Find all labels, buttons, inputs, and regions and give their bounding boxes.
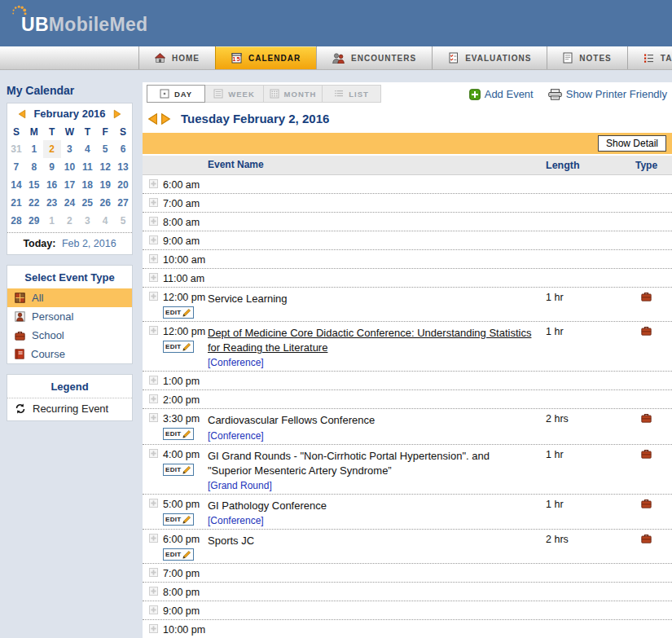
sidebar-title: My Calendar — [7, 84, 143, 97]
edit-event-button[interactable]: EDIT — [163, 464, 194, 476]
event-title[interactable]: GI Grand Rounds - "Non-Cirrhotic Portal … — [208, 448, 536, 478]
calendar-day[interactable]: 16 — [43, 176, 61, 194]
prev-day-arrow-icon[interactable] — [147, 112, 158, 125]
event-title[interactable]: Sports JC — [208, 533, 536, 548]
calendar-day[interactable]: 21 — [7, 194, 25, 212]
add-event-slot-icon[interactable] — [149, 394, 158, 403]
calendar-day[interactable]: 18 — [78, 176, 96, 194]
calendar-day[interactable]: 4 — [78, 140, 96, 158]
calendar-day[interactable]: 10 — [61, 158, 79, 176]
add-event-slot-icon[interactable] — [149, 624, 158, 633]
calendar-day[interactable]: 4 — [96, 212, 114, 230]
add-event-slot-icon[interactable] — [149, 534, 158, 543]
nav-tab-encounters[interactable]: Encounters — [316, 46, 432, 69]
nav-tab-evaluations[interactable]: Evaluations — [432, 46, 547, 69]
detail-bar: Show Detail — [143, 133, 672, 154]
event-title[interactable]: Dept of Medicine Core Didactic Conferenc… — [208, 325, 536, 355]
add-event-slot-icon[interactable] — [149, 326, 158, 335]
calendar-day[interactable]: 12 — [96, 158, 114, 176]
add-event-slot-icon[interactable] — [149, 413, 158, 422]
nav-tab-calendar[interactable]: 15Calendar — [215, 46, 316, 69]
event-type-all[interactable]: All — [7, 288, 132, 307]
calendar-day[interactable]: 3 — [61, 140, 79, 158]
slot-add-cell — [143, 605, 163, 617]
add-event-slot-icon[interactable] — [149, 198, 158, 207]
edit-event-button[interactable]: EDIT — [163, 306, 194, 319]
calendar-day[interactable]: 22 — [25, 194, 43, 212]
show-detail-button[interactable]: Show Detail — [598, 135, 666, 152]
encounters-icon — [332, 53, 345, 64]
nav-tab-home[interactable]: Home — [138, 46, 215, 69]
add-event-slot-icon[interactable] — [149, 254, 158, 263]
calendar-day[interactable]: 9 — [43, 158, 61, 176]
calendar-day[interactable]: 5 — [114, 212, 132, 230]
edit-event-button[interactable]: EDIT — [163, 513, 194, 526]
add-event-slot-icon[interactable] — [149, 605, 158, 614]
event-title[interactable]: Cardiovascular Fellows Conference — [208, 412, 536, 428]
add-event-slot-icon[interactable] — [149, 292, 158, 301]
view-tab-list[interactable]: List — [323, 85, 381, 103]
school-event-type-icon — [641, 499, 652, 508]
today-link[interactable]: Today: Feb 2, 2016 — [7, 232, 132, 254]
event-length — [546, 623, 621, 624]
calendar-day[interactable]: 31 — [7, 140, 25, 158]
edit-event-button[interactable]: EDIT — [163, 428, 194, 440]
add-event-slot-icon[interactable] — [149, 179, 158, 188]
nav-tab-tasks[interactable]: Tasks — [627, 46, 672, 69]
month-nav: February 2016 — [7, 103, 132, 122]
calendar-day[interactable]: 11 — [78, 158, 96, 176]
add-event-slot-icon[interactable] — [149, 217, 158, 226]
add-event-slot-icon[interactable] — [149, 273, 158, 282]
calendar-day[interactable]: 24 — [61, 194, 79, 212]
next-month-arrow-icon[interactable] — [113, 109, 121, 119]
calendar-day[interactable]: 29 — [25, 212, 43, 230]
calendar-day[interactable]: 13 — [114, 158, 132, 176]
add-event-slot-icon[interactable] — [149, 587, 158, 596]
calendar-day[interactable]: 6 — [114, 140, 132, 158]
add-event-slot-icon[interactable] — [149, 449, 158, 458]
calendar-day[interactable]: 2 — [61, 212, 79, 230]
calendar-day[interactable]: 15 — [25, 176, 43, 194]
calendar-day[interactable]: 23 — [43, 194, 61, 212]
prev-month-arrow-icon[interactable] — [18, 109, 26, 119]
slot-add-cell — [143, 586, 163, 598]
calendar-day[interactable]: 5 — [96, 140, 114, 158]
edit-event-button[interactable]: EDIT — [163, 548, 194, 561]
add-event-slot-icon[interactable] — [149, 376, 158, 385]
calendar-day-today[interactable]: 2 — [43, 140, 61, 158]
event-title[interactable]: GI Pathology Conference — [208, 498, 536, 513]
calendar-day[interactable]: 19 — [96, 176, 114, 194]
app-logo[interactable]: UBMobileMed — [21, 14, 147, 36]
calendar-day[interactable]: 8 — [25, 158, 43, 176]
event-type-personal[interactable]: Personal — [7, 307, 132, 326]
slot-time: 7:00 am — [163, 197, 208, 209]
view-tab-week[interactable]: Week — [205, 85, 264, 103]
calendar-day[interactable]: 25 — [78, 194, 96, 212]
calendar-day[interactable]: 28 — [7, 212, 25, 230]
next-day-arrow-icon[interactable] — [160, 112, 171, 125]
calendar-day[interactable]: 20 — [114, 176, 132, 194]
view-tab-day[interactable]: Day — [147, 85, 205, 103]
add-event-slot-icon[interactable] — [149, 568, 158, 577]
calendar-day[interactable]: 14 — [7, 176, 25, 194]
calendar-day[interactable]: 7 — [7, 158, 25, 176]
printer-friendly-button[interactable]: Show Printer Friendly — [548, 88, 667, 100]
event-type-school[interactable]: School — [7, 326, 132, 345]
edit-event-button[interactable]: EDIT — [163, 341, 194, 353]
school-event-type-icon — [641, 326, 652, 336]
view-tab-month[interactable]: Month — [264, 85, 323, 103]
nav-tab-notes[interactable]: Notes — [547, 46, 626, 69]
calendar-day[interactable]: 17 — [61, 176, 79, 194]
calendar-day[interactable]: 3 — [78, 212, 96, 230]
event-length — [546, 216, 621, 217]
event-title[interactable]: Service Learning — [208, 291, 536, 306]
add-event-button[interactable]: Add Event — [469, 88, 534, 100]
calendar-day[interactable]: 1 — [43, 212, 61, 230]
event-type-course[interactable]: Course — [7, 345, 132, 363]
add-event-slot-icon[interactable] — [149, 235, 158, 244]
calendar-day[interactable]: 27 — [114, 194, 132, 212]
calendar-day[interactable]: 1 — [25, 140, 43, 158]
slot-add-cell — [143, 216, 163, 228]
calendar-day[interactable]: 26 — [96, 194, 114, 212]
add-event-slot-icon[interactable] — [149, 499, 158, 508]
